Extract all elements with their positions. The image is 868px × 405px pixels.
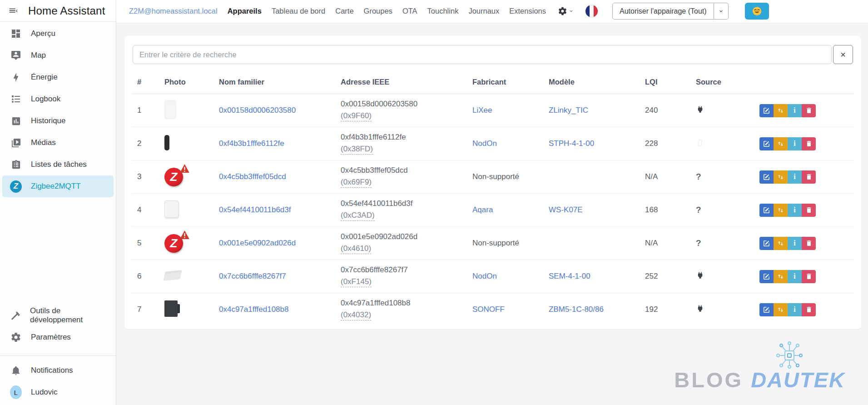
- model-link[interactable]: SEM-4-1-00: [549, 272, 590, 280]
- reconfigure-button[interactable]: [774, 137, 788, 150]
- reconfigure-button[interactable]: [774, 104, 788, 117]
- edit-button[interactable]: [759, 237, 774, 250]
- delete-button[interactable]: [802, 303, 816, 316]
- vendor[interactable]: NodOn: [472, 139, 497, 148]
- info-button[interactable]: i: [788, 303, 802, 316]
- ieee-short-address[interactable]: (0x9F60): [341, 111, 372, 121]
- vendor[interactable]: NodOn: [472, 272, 497, 280]
- row-actions: i: [759, 137, 848, 150]
- tab-journaux[interactable]: Journaux: [468, 7, 499, 15]
- reconfigure-button[interactable]: [774, 303, 788, 316]
- sidebar-item-medias[interactable]: Médias: [2, 132, 114, 154]
- sidebar-item-listes-taches[interactable]: Listes de tâches: [2, 154, 114, 175]
- device-name-link[interactable]: 0x4c97a1fffed108b8: [219, 305, 288, 314]
- edit-button[interactable]: [759, 204, 774, 217]
- model-link[interactable]: WS-K07E: [549, 205, 583, 214]
- sidebar-item-dev-tools[interactable]: Outils de développement: [2, 305, 114, 326]
- info-button[interactable]: i: [788, 170, 802, 184]
- vendor[interactable]: LiXee: [472, 106, 492, 115]
- device-name-link[interactable]: 0xf4b3b1fffe6112fe: [219, 139, 284, 148]
- emoji-button[interactable]: [745, 3, 769, 20]
- device-name-link[interactable]: 0x4c5bb3fffef05dcd: [219, 172, 286, 181]
- tab-touchlink[interactable]: Touchlink: [427, 7, 459, 15]
- model-link[interactable]: ZLinky_TIC: [549, 106, 588, 115]
- delete-button[interactable]: [802, 104, 816, 117]
- sidebar-item-zigbee2mqtt[interactable]: Z Zigbee2MQTT: [2, 175, 114, 197]
- info-button[interactable]: i: [788, 270, 802, 283]
- device-table-body: 10x00158d00062035800x00158d0006203580(0x…: [132, 94, 854, 326]
- ieee-short-address[interactable]: (0x4032): [341, 310, 371, 320]
- menu-icon[interactable]: [7, 5, 20, 17]
- edit-button[interactable]: [759, 137, 774, 150]
- tab-appareils[interactable]: Appareils: [228, 7, 262, 15]
- circuit-chip-icon: [773, 339, 806, 372]
- reconfigure-button[interactable]: [774, 204, 788, 217]
- sidebar-item-logbook[interactable]: Logbook: [2, 88, 114, 110]
- info-button[interactable]: i: [788, 204, 802, 217]
- search-input[interactable]: [133, 45, 832, 64]
- edit-button[interactable]: [759, 104, 774, 117]
- clear-search-button[interactable]: ×: [833, 45, 853, 64]
- lqi-value: N/A: [640, 227, 690, 260]
- sidebar-item-user[interactable]: L Ludovic: [2, 381, 114, 403]
- language-flag-fr[interactable]: [585, 5, 598, 17]
- sidebar-item-apercu[interactable]: Aperçu: [2, 23, 114, 45]
- delete-button[interactable]: [802, 204, 816, 217]
- edit-button[interactable]: [759, 170, 774, 184]
- ieee-short-address[interactable]: (0xC3AD): [341, 211, 375, 221]
- edit-button[interactable]: [759, 303, 774, 316]
- delete-button[interactable]: [802, 270, 816, 283]
- tab-extensions[interactable]: Extensions: [509, 7, 546, 15]
- model-link[interactable]: STPH-4-1-00: [549, 139, 594, 148]
- user-name: Ludovic: [31, 388, 58, 397]
- device-index: 7: [132, 293, 159, 326]
- info-button[interactable]: i: [788, 104, 802, 117]
- tab-tableau-de-bord[interactable]: Tableau de bord: [272, 7, 325, 15]
- tab-groupes[interactable]: Groupes: [364, 7, 392, 15]
- sidebar-item-parametres[interactable]: Paramètres: [2, 326, 114, 348]
- info-button[interactable]: i: [788, 237, 802, 250]
- ieee-address: 0x4c5bb3fffef05dcd: [341, 166, 461, 175]
- settings-dropdown[interactable]: [558, 6, 574, 16]
- info-button[interactable]: i: [788, 137, 802, 150]
- vendor[interactable]: Aqara: [472, 205, 493, 214]
- reconfigure-button[interactable]: [774, 270, 788, 283]
- tab-carte[interactable]: Carte: [335, 7, 353, 15]
- reconfigure-button[interactable]: [774, 170, 788, 184]
- sidebar-item-energie[interactable]: Énergie: [2, 66, 114, 88]
- ieee-short-address[interactable]: (0x69F9): [341, 178, 372, 188]
- sidebar-item-map[interactable]: Map: [2, 45, 114, 66]
- ieee-short-address[interactable]: (0x4610): [341, 244, 371, 254]
- device-name-link[interactable]: 0x001e5e0902ad026d: [219, 239, 296, 247]
- z2m-brand-link[interactable]: Z2M@homeassistant.local: [129, 7, 218, 15]
- sidebar-bottom: Outils de développement Paramètres Notif…: [0, 305, 116, 405]
- map-person-icon: [10, 50, 22, 61]
- tab-ota[interactable]: OTA: [402, 7, 417, 15]
- delete-button[interactable]: [802, 237, 816, 250]
- sidebar-item-historique[interactable]: Historique: [2, 110, 114, 132]
- delete-button[interactable]: [802, 170, 816, 184]
- device-name-link[interactable]: 0x54ef4410011b6d3f: [219, 205, 291, 214]
- edit-button[interactable]: [759, 270, 774, 283]
- col-photo: Photo: [159, 71, 213, 94]
- sidebar-divider: [0, 355, 116, 356]
- watermark-blog: BLOG: [674, 368, 743, 392]
- device-photo: Z: [164, 234, 183, 253]
- power-source-unknown: ?: [696, 172, 701, 181]
- lqi-value: 168: [640, 194, 690, 227]
- zigbee2mqtt-icon: Z: [10, 180, 22, 192]
- device-name-link[interactable]: 0x00158d0006203580: [219, 106, 296, 115]
- delete-button[interactable]: [802, 137, 816, 150]
- ieee-short-address[interactable]: (0x38FD): [341, 145, 373, 155]
- info-icon: i: [794, 272, 795, 280]
- vendor[interactable]: SONOFF: [472, 305, 505, 314]
- permit-join-caret[interactable]: [714, 3, 729, 20]
- permit-join-button[interactable]: Autoriser l'appairage (Tout): [612, 3, 714, 20]
- sidebar-item-label: Zigbee2MQTT: [31, 182, 81, 191]
- sidebar-item-notifications[interactable]: Notifications: [2, 360, 114, 381]
- ieee-short-address[interactable]: (0xF145): [341, 277, 372, 287]
- reconfigure-button[interactable]: [774, 237, 788, 250]
- device-name-link[interactable]: 0x7cc6b6fffe8267f7: [219, 272, 286, 280]
- model-link[interactable]: ZBM5-1C-80/86: [549, 305, 604, 314]
- power-source-unknown: ?: [696, 205, 701, 215]
